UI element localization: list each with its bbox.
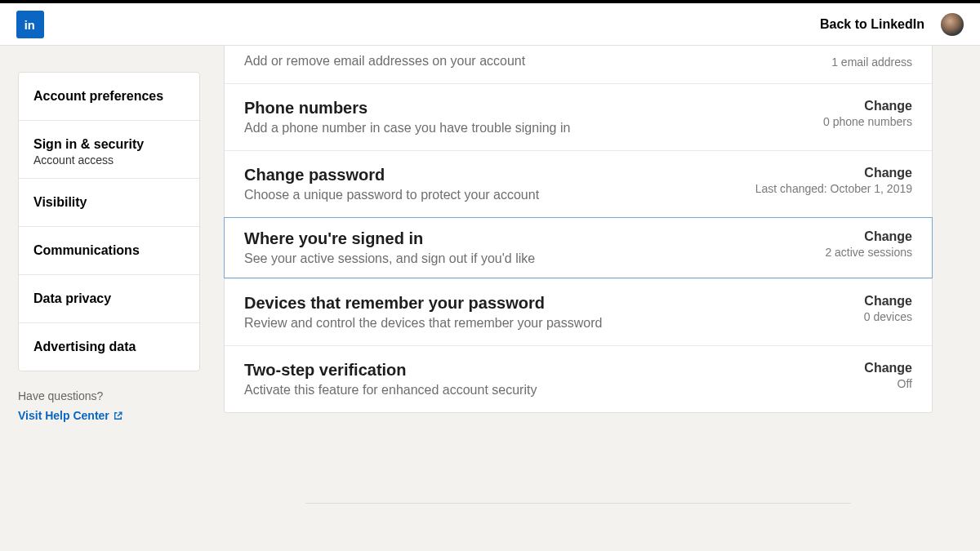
row-title: Phone numbers [244, 99, 724, 118]
sidebar-subitem-account-access[interactable]: Account access [19, 153, 199, 178]
change-link[interactable]: Change [724, 99, 912, 113]
row-title: Change password [244, 166, 724, 184]
row-title: Devices that remember your password [244, 294, 724, 313]
footer-divider [305, 503, 851, 504]
settings-panel: Add or remove email addresses on your ac… [224, 46, 933, 413]
row-title: Two-step verification [244, 361, 724, 380]
linkedin-logo[interactable]: in [16, 11, 44, 38]
svg-text:in: in [24, 19, 35, 32]
sidebar-item-label: Sign in & security [33, 137, 144, 151]
row-status: 0 devices [724, 310, 912, 323]
setting-row-devices[interactable]: Devices that remember your password Revi… [225, 278, 932, 345]
back-to-linkedin-link[interactable]: Back to LinkedIn [820, 17, 924, 32]
setting-row-email[interactable]: Add or remove email addresses on your ac… [225, 46, 932, 83]
sidebar-item-label: Communications [33, 243, 140, 257]
setting-row-sessions[interactable]: Where you're signed in See your active s… [224, 217, 933, 278]
sidebar-item-account-preferences[interactable]: Account preferences [19, 73, 199, 121]
sidebar-item-label: Data privacy [33, 291, 111, 305]
row-status: Off [724, 377, 912, 390]
row-desc: See your active sessions, and sign out i… [244, 251, 724, 266]
external-link-icon [113, 411, 123, 421]
row-desc: Add or remove email addresses on your ac… [244, 54, 724, 69]
row-status: Last changed: October 1, 2019 [724, 182, 912, 195]
change-link[interactable]: Change [724, 166, 912, 180]
change-link[interactable]: Change [724, 361, 912, 375]
row-status: 0 phone numbers [724, 115, 912, 128]
setting-row-two-step[interactable]: Two-step verification Activate this feat… [225, 345, 932, 412]
sidebar-item-visibility[interactable]: Visibility [19, 179, 199, 227]
help-link-label: Visit Help Center [18, 409, 109, 422]
row-desc: Activate this feature for enhanced accou… [244, 383, 724, 398]
sidebar-item-data-privacy[interactable]: Data privacy [19, 275, 199, 323]
sidebar-item-label: Advertising data [33, 340, 136, 353]
change-link[interactable]: Change [724, 294, 912, 309]
header: in Back to LinkedIn [0, 3, 980, 46]
row-desc: Add a phone number in case you have trou… [244, 121, 724, 136]
row-status: 2 active sessions [724, 246, 912, 259]
setting-row-password[interactable]: Change password Choose a unique password… [225, 150, 932, 217]
row-desc: Review and control the devices that reme… [244, 316, 724, 331]
setting-row-phone[interactable]: Phone numbers Add a phone number in case… [225, 83, 932, 150]
sidebar-item-communications[interactable]: Communications [19, 227, 199, 275]
help-block: Have questions? Visit Help Center [18, 389, 212, 422]
help-question: Have questions? [18, 389, 212, 402]
linkedin-icon: in [21, 16, 39, 33]
row-title: Where you're signed in [244, 229, 724, 248]
change-link[interactable]: Change [724, 229, 912, 244]
sidebar-item-label: Visibility [33, 195, 87, 209]
sidebar-item-advertising-data[interactable]: Advertising data [19, 323, 199, 371]
row-status: 1 email address [724, 56, 912, 69]
row-desc: Choose a unique password to protect your… [244, 188, 724, 202]
sidebar: Account preferences Sign in & security A… [18, 72, 200, 371]
sidebar-subitem-label: Account access [33, 153, 114, 167]
help-center-link[interactable]: Visit Help Center [18, 409, 123, 422]
avatar[interactable] [941, 13, 964, 36]
sidebar-item-label: Account preferences [33, 89, 163, 103]
